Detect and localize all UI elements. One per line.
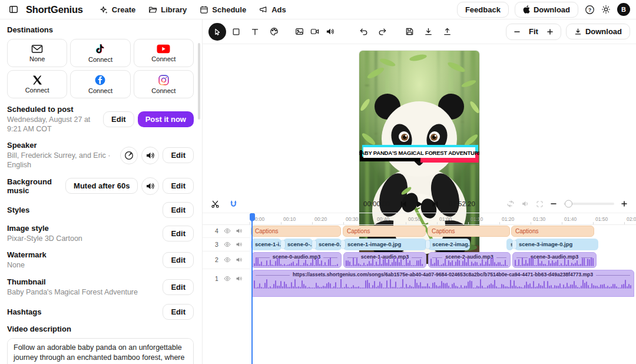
skip-start-icon[interactable] <box>400 200 408 208</box>
fullscreen-icon[interactable] <box>536 200 544 208</box>
slider-knob[interactable] <box>565 200 572 208</box>
pointer-tool-icon[interactable] <box>208 23 226 41</box>
speaker-speed-button[interactable] <box>120 147 138 164</box>
waveform <box>346 257 424 266</box>
video-tool-icon[interactable] <box>307 23 322 41</box>
audio-clip[interactable]: scene-0-audio.mp3 <box>251 252 342 268</box>
snap-magnet-icon[interactable] <box>229 200 238 209</box>
draw-tool-icon[interactable] <box>265 23 283 41</box>
app-download-button[interactable]: Download <box>515 2 578 18</box>
timeline-zoom-slider[interactable] <box>564 203 614 205</box>
sidebar-scrollbar[interactable] <box>198 43 200 120</box>
image-clip[interactable]: scene-2-imag... <box>428 239 470 250</box>
nav-create[interactable]: Create <box>94 2 141 17</box>
image-clip[interactable]: scene-3-image-0.jpg <box>515 239 598 250</box>
background-music-section: Background music Muted after 60s Edit <box>7 177 194 195</box>
track-mute-icon[interactable] <box>236 227 243 234</box>
editor-canvas[interactable]: BABY PANDA'S MAGICAL FOREST ADVENTURE <box>203 44 636 196</box>
title-banner[interactable]: BABY PANDA'S MAGICAL FOREST ADVENTURE <box>363 147 475 158</box>
shape-tool-icon[interactable] <box>227 23 245 41</box>
timeline-zoom-in-icon[interactable] <box>621 200 628 207</box>
destination-youtube[interactable]: Connect <box>134 39 194 67</box>
nav-schedule[interactable]: Schedule <box>194 2 252 17</box>
image-clip[interactable]: scene-0-... <box>283 239 313 250</box>
track-mute-icon[interactable] <box>236 275 243 282</box>
audio-tool-icon[interactable] <box>323 23 337 41</box>
captions-clip[interactable]: Captions <box>428 226 510 237</box>
video-description-title: Video description <box>7 325 194 333</box>
track-visibility-icon[interactable] <box>224 241 231 248</box>
destination-instagram[interactable]: Connect <box>134 70 194 98</box>
mail-icon <box>31 44 43 54</box>
zoom-out-icon[interactable] <box>510 25 524 39</box>
audio-clip[interactable]: scene-1-audio.mp3 <box>343 252 426 268</box>
track-number: 4 <box>214 227 219 234</box>
undo-icon[interactable] <box>355 23 372 41</box>
captions-clip[interactable]: Captions <box>251 226 341 237</box>
share-icon[interactable] <box>438 23 456 41</box>
zoom-in-icon[interactable] <box>543 25 557 39</box>
timeline-ruler[interactable]: 00:0000:1000:2000:3000:4000:5001:0001:10… <box>250 213 636 225</box>
hashtags-edit-button[interactable]: Edit <box>163 304 194 320</box>
video-description-textarea[interactable]: Follow an adorable baby panda on an unfo… <box>7 338 194 364</box>
help-icon[interactable]: ? <box>582 2 597 17</box>
scheduled-edit-button[interactable]: Edit <box>103 111 134 127</box>
captions-clip[interactable]: Captions <box>343 226 426 237</box>
split-scissors-icon[interactable] <box>211 200 220 209</box>
theme-sun-icon[interactable] <box>598 2 614 17</box>
canvas-download-button[interactable]: Download <box>566 24 630 39</box>
thumbnail-edit-button[interactable]: Edit <box>163 279 194 295</box>
ruler-label: 01:10 <box>471 216 483 222</box>
text-tool-icon[interactable] <box>246 23 264 41</box>
destination-email[interactable]: None <box>7 39 67 67</box>
audio-clip[interactable]: scene-3-audio.mp3 <box>512 252 597 268</box>
nav-ads[interactable]: Ads <box>253 2 292 17</box>
watermark-edit-button[interactable]: Edit <box>163 252 194 268</box>
track-visibility-icon[interactable] <box>224 256 231 263</box>
scheduled-title: Scheduled to post <box>7 105 100 114</box>
speaker-volume-button[interactable] <box>141 147 159 164</box>
audio-clip[interactable]: scene-2-audio.mp3 <box>428 252 511 268</box>
sparkle-icon <box>100 5 108 14</box>
track-visibility-icon[interactable] <box>224 227 231 234</box>
music-volume-button[interactable] <box>141 177 159 195</box>
thumbnail-title: Thumbnail <box>7 277 138 286</box>
post-it-now-button[interactable]: Post it now <box>138 111 194 127</box>
avatar[interactable]: B <box>617 3 630 16</box>
editor-main: Fit Download <box>203 19 636 364</box>
apple-icon <box>523 5 530 14</box>
timeline-zoom-out-icon[interactable] <box>550 200 557 207</box>
track-visibility-icon[interactable] <box>224 275 231 282</box>
music-clip[interactable]: https://assets.shortgenius.com/songs/6ab… <box>251 270 634 297</box>
image-clip[interactable]: scene-1-i... <box>251 239 281 250</box>
nav-library[interactable]: Library <box>143 2 193 17</box>
zoom-fit-label[interactable]: Fit <box>524 27 543 36</box>
captions-clip[interactable]: Captions <box>511 226 594 237</box>
gauge-icon <box>124 151 134 160</box>
play-icon[interactable] <box>415 200 424 209</box>
styles-edit-button[interactable]: Edit <box>163 202 194 218</box>
destination-facebook[interactable]: Connect <box>70 70 130 98</box>
redo-icon[interactable] <box>373 23 391 41</box>
download-icon[interactable] <box>419 23 437 41</box>
background-music-edit-button[interactable]: Edit <box>163 178 194 194</box>
save-icon[interactable] <box>400 23 418 41</box>
image-clip[interactable]: scene-1-image-0.jpg <box>343 239 426 250</box>
speaker-icon <box>145 151 155 160</box>
destination-x[interactable]: Connect <box>7 70 67 98</box>
scheduled-subtitle: Wednesday, August 27 at 9:21 AM COT <box>7 115 100 134</box>
feedback-button[interactable]: Feedback <box>457 2 509 18</box>
muted-after-button[interactable]: Muted after 60s <box>65 178 138 194</box>
sidebar-toggle-icon[interactable] <box>6 2 21 17</box>
image-style-edit-button[interactable]: Edit <box>163 226 194 241</box>
mute-icon[interactable] <box>521 200 529 208</box>
speaker-edit-button[interactable]: Edit <box>163 147 194 163</box>
skip-end-icon[interactable] <box>432 200 439 208</box>
track-mute-icon[interactable] <box>236 241 243 248</box>
track-mute-icon[interactable] <box>236 256 243 263</box>
timeline-body[interactable]: 00:0000:1000:2000:3000:4000:5001:0001:10… <box>250 213 636 364</box>
image-clip[interactable]: scene-0... <box>314 239 342 250</box>
loop-icon[interactable] <box>506 200 515 208</box>
image-tool-icon[interactable] <box>292 23 306 41</box>
destination-tiktok[interactable]: Connect <box>70 39 130 67</box>
